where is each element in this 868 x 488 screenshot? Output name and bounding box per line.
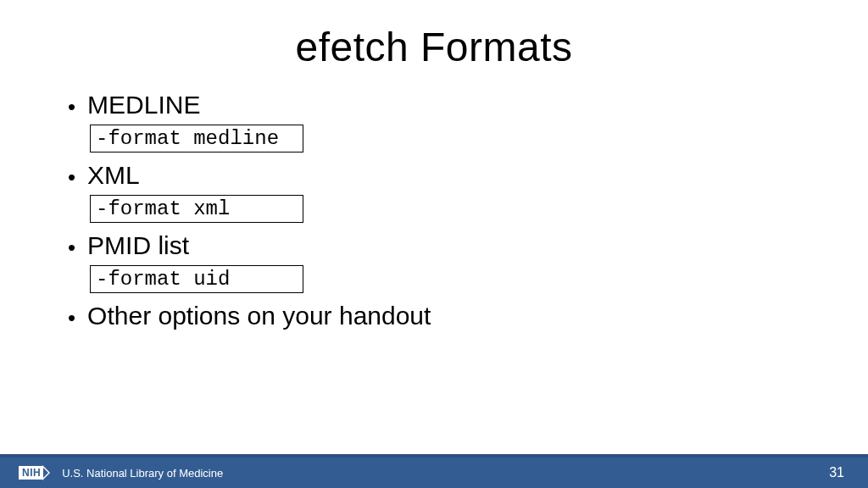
- bullet-label: MEDLINE: [87, 91, 200, 119]
- chevron-right-icon: [43, 465, 55, 480]
- bullet-item: • MEDLINE: [66, 91, 802, 119]
- page-number: 31: [829, 465, 844, 480]
- bullet-item: • PMID list: [66, 231, 802, 260]
- bullet-icon: •: [68, 96, 75, 118]
- code-box: -format medline: [90, 125, 303, 152]
- code-box: -format uid: [90, 265, 303, 293]
- bullet-icon: •: [68, 166, 75, 188]
- code-box: -format xml: [90, 195, 303, 223]
- bullet-label: Other options on your handout: [87, 302, 431, 330]
- bullet-label: XML: [87, 161, 140, 190]
- slide-title: efetch Formats: [0, 0, 868, 70]
- bullet-item: • Other options on your handout: [66, 302, 802, 330]
- nih-logo: NIH: [19, 465, 55, 480]
- org-name: U.S. National Library of Medicine: [62, 467, 223, 480]
- bullet-icon: •: [68, 307, 75, 329]
- bullet-icon: •: [68, 236, 75, 258]
- bullet-item: • XML: [66, 161, 802, 190]
- slide: efetch Formats • MEDLINE -format medline…: [0, 0, 868, 488]
- slide-content: • MEDLINE -format medline • XML -format …: [0, 70, 868, 330]
- slide-footer: NIH U.S. National Library of Medicine 31: [0, 454, 868, 488]
- bullet-label: PMID list: [87, 231, 189, 260]
- nih-badge-text: NIH: [19, 466, 43, 480]
